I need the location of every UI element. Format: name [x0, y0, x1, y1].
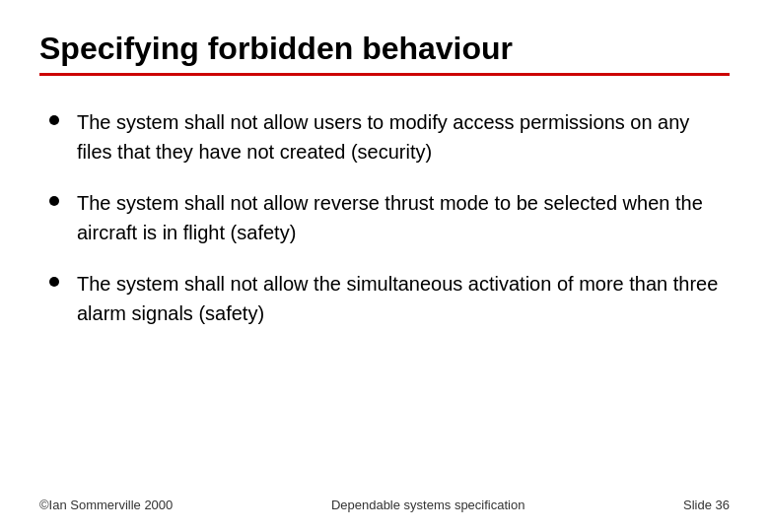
content-section: The system shall not allow users to modi… — [39, 107, 730, 488]
bullet-text-3: The system shall not allow the simultane… — [77, 269, 730, 328]
footer-slide-number: Slide 36 — [683, 498, 730, 512]
slide-footer: ©Ian Sommerville 2000 Dependable systems… — [39, 488, 730, 512]
bullet-text-1: The system shall not allow users to modi… — [77, 107, 730, 166]
bullet-dot-2 — [49, 196, 59, 206]
list-item: The system shall not allow users to modi… — [39, 107, 730, 166]
slide-title: Specifying forbidden behaviour — [39, 30, 730, 67]
bullet-dot-1 — [49, 115, 59, 125]
title-underline — [39, 73, 730, 76]
list-item: The system shall not allow the simultane… — [39, 269, 730, 328]
bullet-text-2: The system shall not allow reverse thrus… — [77, 188, 730, 247]
footer-title: Dependable systems specification — [331, 498, 525, 512]
footer-copyright: ©Ian Sommerville 2000 — [39, 498, 173, 512]
bullet-dot-3 — [49, 277, 59, 287]
list-item: The system shall not allow reverse thrus… — [39, 188, 730, 247]
slide-container: Specifying forbidden behaviour The syste… — [0, 0, 769, 532]
title-section: Specifying forbidden behaviour — [39, 30, 730, 100]
